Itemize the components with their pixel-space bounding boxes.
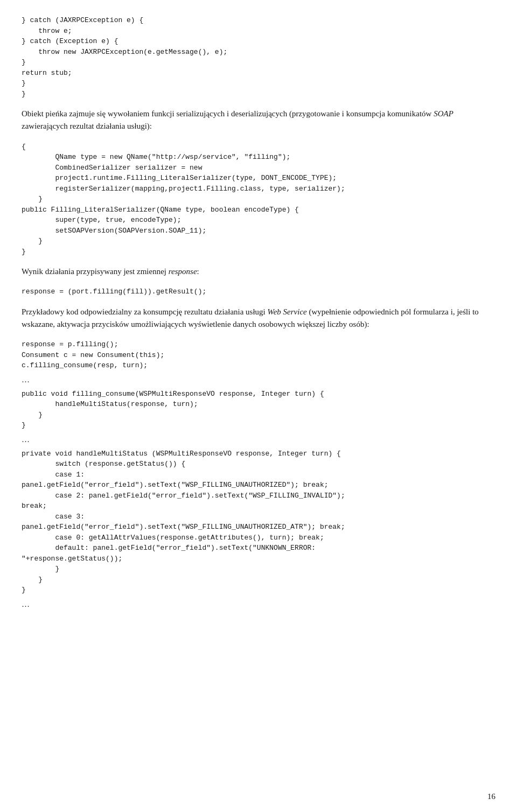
code-block-2: { QName type = new QName("http://wsp/ser… <box>22 142 495 257</box>
page-content: } catch (JAXRPCException e) { throw e; }… <box>22 15 495 609</box>
ellipsis-2: … <box>22 435 495 444</box>
code-block-6: private void handleMultiStatus (WSPMulti… <box>22 449 495 596</box>
code-block-3: response = (port.filling(fill)).getResul… <box>22 286 495 297</box>
code-block-4: response = p.filling(); Consument c = ne… <box>22 339 495 371</box>
ellipsis-3: … <box>22 600 495 609</box>
prose-paragraph-2: Wynik działania przypisywany jest zmienn… <box>22 265 495 278</box>
code-block-5: public void filling_consume(WSPMultiResp… <box>22 389 495 431</box>
code-block-1: } catch (JAXRPCException e) { throw e; }… <box>22 15 495 99</box>
prose-paragraph-1: Obiekt pieńka zajmuje się wywołaniem fun… <box>22 108 495 133</box>
prose-paragraph-3: Przykładowy kod odpowiedzialny za konsum… <box>22 306 495 331</box>
page-number: 16 <box>487 792 495 801</box>
ellipsis-1: … <box>22 375 495 384</box>
